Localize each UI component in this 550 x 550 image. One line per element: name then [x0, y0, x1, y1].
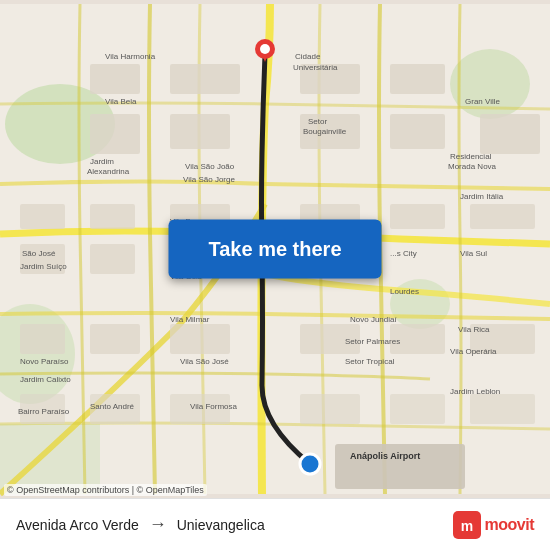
svg-text:Vila Formosa: Vila Formosa	[190, 402, 238, 411]
svg-rect-21	[390, 204, 445, 229]
footer-origin: Avenida Arco Verde	[16, 517, 139, 533]
svg-rect-23	[20, 324, 65, 354]
svg-text:Jardim: Jardim	[90, 157, 114, 166]
moovit-icon: m	[453, 511, 481, 539]
svg-text:Vila Rica: Vila Rica	[458, 325, 490, 334]
svg-text:Santo André: Santo André	[90, 402, 135, 411]
svg-text:m: m	[460, 518, 472, 534]
svg-rect-15	[20, 204, 65, 229]
svg-text:São José: São José	[22, 249, 56, 258]
svg-text:Jardim Suíço: Jardim Suíço	[20, 262, 67, 271]
svg-text:Vila São João: Vila São João	[185, 162, 235, 171]
svg-text:Universitária: Universitária	[293, 63, 338, 72]
svg-rect-14	[480, 114, 540, 154]
svg-text:Anápolis Airport: Anápolis Airport	[350, 451, 420, 461]
svg-point-75	[260, 44, 270, 54]
svg-rect-6	[90, 64, 140, 94]
svg-rect-12	[390, 64, 445, 94]
svg-point-76	[300, 454, 320, 474]
svg-rect-33	[390, 394, 445, 424]
svg-text:Vila Operária: Vila Operária	[450, 347, 497, 356]
svg-rect-17	[90, 204, 135, 229]
moovit-logo: m moovit	[453, 511, 534, 539]
svg-rect-25	[170, 324, 230, 354]
moovit-text: moovit	[485, 516, 534, 534]
svg-rect-7	[90, 114, 140, 154]
svg-text:Setor Tropical: Setor Tropical	[345, 357, 395, 366]
svg-text:Morada Nova: Morada Nova	[448, 162, 497, 171]
take-me-there-button[interactable]: Take me there	[168, 220, 381, 279]
svg-text:Setor Palmares: Setor Palmares	[345, 337, 400, 346]
svg-rect-22	[470, 204, 535, 229]
svg-text:Vila São Jorge: Vila São Jorge	[183, 175, 235, 184]
svg-rect-24	[90, 324, 140, 354]
svg-text:Vila São José: Vila São José	[180, 357, 229, 366]
svg-text:...s City: ...s City	[390, 249, 417, 258]
svg-text:Setor: Setor	[308, 117, 327, 126]
svg-text:Gran Ville: Gran Ville	[465, 97, 501, 106]
footer: Avenida Arco Verde → Unievangelica m moo…	[0, 498, 550, 550]
svg-text:Novo Paraíso: Novo Paraíso	[20, 357, 69, 366]
svg-text:Novo Jundiaí: Novo Jundiaí	[350, 315, 397, 324]
svg-text:Cidade: Cidade	[295, 52, 321, 61]
svg-text:Bougainville: Bougainville	[303, 127, 347, 136]
footer-arrow-icon: →	[149, 514, 167, 535]
svg-rect-18	[90, 244, 135, 274]
app: Vila Harmonia Vila Bela Jardim Alexandri…	[0, 0, 550, 550]
svg-text:Alexandrina: Alexandrina	[87, 167, 130, 176]
svg-text:Jardim Calixto: Jardim Calixto	[20, 375, 71, 384]
svg-text:Lourdes: Lourdes	[390, 287, 419, 296]
svg-rect-13	[390, 114, 445, 149]
svg-text:Vila Bela: Vila Bela	[105, 97, 137, 106]
svg-rect-34	[470, 394, 535, 424]
svg-text:Bairro Paraíso: Bairro Paraíso	[18, 407, 70, 416]
footer-destination: Unievangelica	[177, 517, 265, 533]
svg-text:Vila Milmar: Vila Milmar	[170, 315, 210, 324]
svg-rect-8	[170, 64, 240, 94]
svg-text:Vila Sul: Vila Sul	[460, 249, 487, 258]
svg-text:Jardim Itália: Jardim Itália	[460, 192, 504, 201]
svg-text:Jardim Leblon: Jardim Leblon	[450, 387, 500, 396]
svg-text:Vila Harmonia: Vila Harmonia	[105, 52, 156, 61]
map-container: Vila Harmonia Vila Bela Jardim Alexandri…	[0, 0, 550, 498]
svg-rect-9	[170, 114, 230, 149]
svg-text:Residencial: Residencial	[450, 152, 492, 161]
svg-rect-32	[300, 394, 360, 424]
map-attribution: © OpenStreetMap contributors | © OpenMap…	[4, 484, 207, 496]
